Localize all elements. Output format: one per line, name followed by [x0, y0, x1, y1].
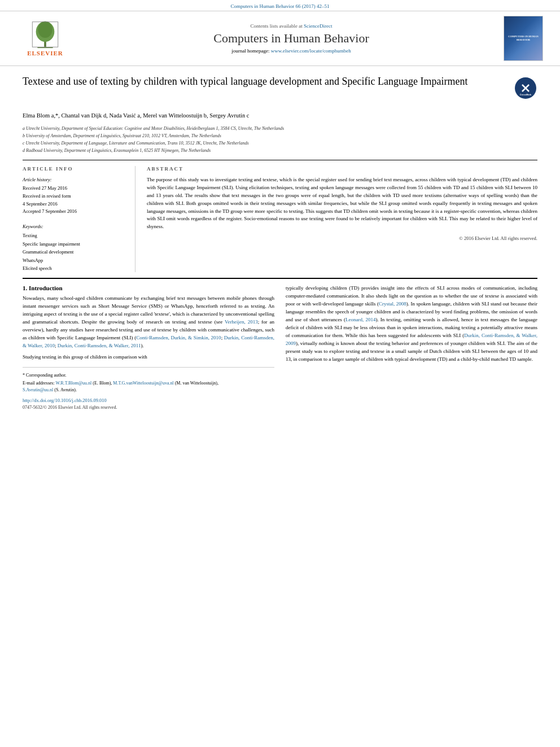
affiliation-d: d Radboud University, Department of Ling… — [23, 147, 537, 154]
elsevier-logo: ELSEVIER — [27, 20, 63, 56]
issn-line: 0747-5632/© 2016 Elsevier Ltd. All right… — [23, 404, 274, 411]
contents-available: Contents lists available at ScienceDirec… — [79, 23, 504, 29]
journal-header: ELSEVIER Contents lists available at Sci… — [0, 11, 560, 66]
affiliation-a: a Utrecht University, Department of Spec… — [23, 125, 537, 132]
keywords-section: Keywords: Texting Specific language impa… — [23, 222, 126, 273]
journal-url-link[interactable]: www.elsevier.com/locate/comphumbeh — [271, 48, 351, 54]
abstract-label: ABSTRACT — [147, 166, 537, 172]
email-addresses: E-mail addresses: W.R.T.Blom@uu.nl (E. B… — [23, 380, 274, 394]
email-avrutin[interactable]: S.Avrutin@uu.nl — [23, 387, 53, 392]
durkin-2011-link[interactable]: Durkin, Conti-Ramsden, & Walker, 2011 — [58, 343, 141, 348]
elsevier-wordmark: ELSEVIER — [27, 50, 63, 56]
svg-point-3 — [38, 21, 52, 38]
crystal-link[interactable]: Crystal, 2008 — [379, 301, 406, 307]
received-date: Received 27 May 2016 — [23, 185, 126, 193]
article-title: Textese and use of texting by children w… — [23, 75, 506, 89]
affiliations-block: a Utrecht University, Department of Spec… — [23, 125, 537, 154]
keyword-1: Texting — [23, 231, 126, 239]
crossmark-svg: CrossMark — [517, 80, 534, 97]
email-witteloostuijn[interactable]: M.T.G.vanWitteloostuijn@uva.nl — [113, 381, 173, 386]
journal-reference: Computers in Human Behavior 66 (2017) 42… — [0, 0, 560, 11]
article-info-column: ARTICLE INFO Article history: Received 2… — [23, 166, 135, 273]
authors-line: Elma Blom a,*, Chantal van Dijk d, Nada … — [23, 111, 537, 121]
durkin-2009-link[interactable]: Durkin, Conti-Ramsden, & Walker, 2009 — [286, 333, 537, 346]
leonard-link[interactable]: Leonard, 2014 — [345, 317, 375, 322]
intro-paragraph-2: Studying texting in this group of childr… — [23, 353, 274, 361]
accepted-date: Accepted 7 September 2016 — [23, 208, 126, 216]
abstract-column: ABSTRACT The purpose of this study was t… — [147, 166, 537, 273]
journal-title: Computers in Human Behavior — [79, 31, 504, 46]
sciencedirect-link[interactable]: ScienceDirect — [304, 23, 332, 29]
keyword-3: Grammatical development — [23, 248, 126, 256]
main-content: Textese and use of texting by children w… — [0, 66, 560, 417]
article-info-label: ARTICLE INFO — [23, 166, 126, 172]
journal-cover-image: COMPUTERS IN HUMAN BEHAVIOR — [504, 16, 543, 61]
footnotes: * Corresponding author. E-mail addresses… — [23, 367, 274, 411]
body-left-column: 1. Introduction Nowadays, many school-ag… — [23, 285, 274, 410]
info-abstract-row: ARTICLE INFO Article history: Received 2… — [23, 160, 537, 273]
keyword-4: WhatsApp — [23, 256, 126, 264]
right-col-text: typically developing children (TD) provi… — [286, 285, 537, 363]
copyright-text: © 2016 Elsevier Ltd. All rights reserved… — [147, 235, 537, 241]
journal-title-block: Contents lists available at ScienceDirec… — [79, 23, 504, 54]
affiliation-b: b University of Amsterdam, Department of… — [23, 133, 537, 139]
introduction-heading: 1. Introduction — [23, 285, 274, 291]
section-divider — [23, 278, 537, 279]
svg-text:CrossMark: CrossMark — [520, 93, 532, 96]
journal-homepage: journal homepage: www.elsevier.com/locat… — [79, 48, 504, 54]
cover-image-container: COMPUTERS IN HUMAN BEHAVIOR — [504, 16, 549, 61]
abstract-text: The purpose of this study was to investi… — [147, 176, 537, 231]
conti-ramsden-link[interactable]: Conti-Ramsden, Durkin, & Simkin, 2010 — [136, 335, 221, 340]
elsevier-logo-container: ELSEVIER — [11, 20, 79, 56]
body-right-column: typically developing children (TD) provi… — [286, 285, 537, 410]
corresponding-note: * Corresponding author. — [23, 372, 274, 379]
history-label: Article history: — [23, 176, 126, 184]
doi-line: http://dx.doi.org/10.1016/j.chb.2016.09.… — [23, 397, 274, 404]
keyword-5: Elicited speech — [23, 264, 126, 272]
body-content: 1. Introduction Nowadays, many school-ag… — [23, 285, 537, 410]
article-history: Article history: Received 27 May 2016 Re… — [23, 176, 126, 216]
email-blom[interactable]: W.R.T.Blom@uu.nl — [56, 381, 92, 386]
cover-title-text: COMPUTERS IN HUMAN BEHAVIOR — [506, 35, 541, 42]
verheijen-link[interactable]: Verheijen, 2013 — [225, 319, 258, 325]
revised-date: 4 September 2016 — [23, 200, 126, 208]
keywords-label: Keywords: — [23, 222, 126, 230]
keyword-2: Specific language impairment — [23, 240, 126, 248]
doi-link[interactable]: http://dx.doi.org/10.1016/j.chb.2016.09.… — [23, 397, 107, 403]
intro-paragraph-1: Nowadays, many school-aged children comm… — [23, 295, 274, 350]
crossmark-icon: CrossMark — [515, 77, 536, 99]
crossmark-badge[interactable]: CrossMark — [515, 77, 537, 100]
article-title-section: Textese and use of texting by children w… — [23, 75, 537, 104]
affiliation-c: c Utrecht University, Department of Lang… — [23, 140, 537, 147]
elsevier-tree-icon — [28, 20, 62, 49]
received-revised-label: Received in revised form — [23, 193, 126, 200]
